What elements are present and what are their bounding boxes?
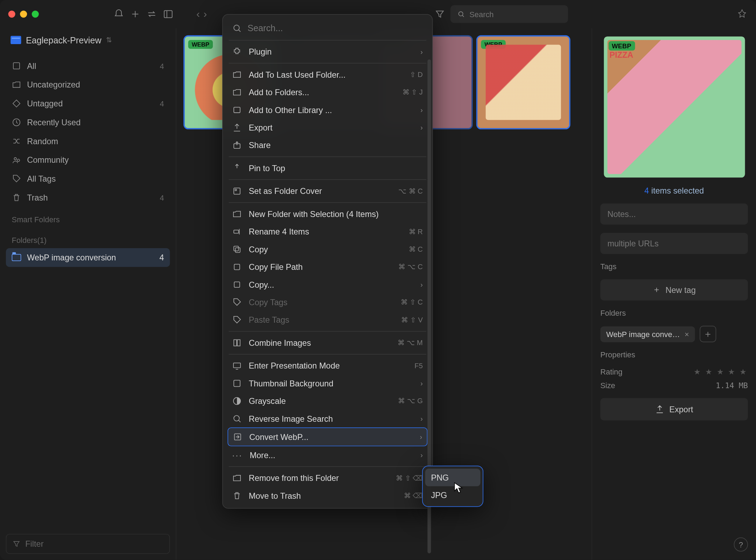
svg-rect-0	[164, 10, 172, 18]
menu-share[interactable]: Share	[223, 136, 432, 154]
menu-pin-top[interactable]: Pin to Top	[223, 159, 432, 177]
context-menu[interactable]: Plugin› Add To Last Used Folder...⇧ D Ad…	[222, 14, 433, 509]
svg-rect-18	[233, 363, 240, 368]
menu-more[interactable]: ···More...›	[223, 446, 432, 464]
tags-label: Tags	[600, 262, 748, 271]
notes-field[interactable]: Notes...	[600, 203, 748, 224]
urls-field[interactable]: multiple URLs	[600, 233, 748, 254]
minimize-window-icon[interactable]	[20, 10, 27, 18]
library-name: Eaglepack-Preview	[26, 35, 102, 45]
ellipsis-icon: ···	[232, 450, 243, 460]
zoom-window-icon[interactable]	[32, 10, 39, 18]
preview-thumbnail[interactable]: WEBP PIZZA	[604, 36, 745, 177]
svg-rect-9	[234, 188, 240, 194]
thumbnail[interactable]: WEBP	[476, 35, 570, 130]
filter-icon	[12, 540, 21, 548]
plus-icon: ＋	[652, 285, 661, 295]
filter-funnel-icon[interactable]	[434, 8, 446, 20]
menu-copy-path[interactable]: Copy File Path⌘ ⌥ C	[223, 258, 432, 276]
chevron-updown-icon: ⇅	[106, 36, 112, 44]
menu-remove-folder[interactable]: Remove from this Folder⌘ ⇧ ⌫	[223, 469, 432, 487]
sidebar-item-untagged[interactable]: Untagged4	[6, 94, 170, 113]
menu-plugin[interactable]: Plugin›	[223, 43, 432, 61]
menu-grayscale[interactable]: Grayscale⌘ ⌥ G	[223, 392, 432, 410]
svg-point-4	[14, 158, 16, 160]
menu-paste-tags[interactable]: Paste Tags⌘ ⇧ V	[223, 311, 432, 329]
menu-copy-tags[interactable]: Copy Tags⌘ ⇧ C	[223, 293, 432, 311]
search-input[interactable]	[469, 10, 561, 19]
smart-folders-label: Smart Folders	[6, 207, 170, 227]
format-badge: WEBP	[608, 41, 635, 51]
nav-back-icon[interactable]: ‹	[196, 8, 200, 20]
menu-thumb-bg[interactable]: Thumbnail Background›	[223, 374, 432, 392]
rating-label: Rating	[600, 368, 622, 376]
sidebar-item-random[interactable]: Random	[6, 132, 170, 150]
submenu-png[interactable]: PNG	[425, 469, 481, 486]
filter-input[interactable]: Filter	[6, 534, 170, 554]
menu-copy-more[interactable]: Copy...›	[223, 276, 432, 293]
svg-rect-15	[234, 282, 240, 287]
chevron-right-icon: ›	[420, 48, 423, 56]
svg-point-6	[234, 25, 239, 30]
sidebar-toggle-icon[interactable]	[162, 8, 174, 20]
nav-forward-icon[interactable]: ›	[203, 8, 207, 20]
sidebar: Eaglepack-Preview ⇅ All4 Uncategorized U…	[0, 28, 176, 560]
library-icon	[10, 36, 21, 44]
pin-icon[interactable]	[736, 8, 748, 20]
menu-add-last-folder[interactable]: Add To Last Used Folder...⇧ D	[223, 66, 432, 83]
context-search[interactable]	[223, 18, 432, 37]
plus-icon[interactable]	[130, 8, 141, 20]
sidebar-item-trash[interactable]: Trash4	[6, 188, 170, 207]
search-icon	[457, 10, 465, 19]
menu-rename[interactable]: Rename 4 Items⌘ R	[223, 223, 432, 240]
sidebar-item-all-tags[interactable]: All Tags	[6, 169, 170, 188]
nav-label: All	[27, 61, 36, 71]
menu-set-cover[interactable]: Set as Folder Cover⌥ ⌘ C	[223, 182, 432, 200]
search-box[interactable]	[450, 5, 568, 23]
svg-rect-2	[13, 63, 20, 69]
svg-point-21	[234, 415, 239, 421]
library-selector[interactable]: Eaglepack-Preview ⇅	[6, 28, 170, 52]
svg-rect-19	[234, 380, 240, 386]
convert-submenu[interactable]: PNG JPG	[422, 466, 483, 507]
sidebar-item-community[interactable]: Community	[6, 150, 170, 169]
sidebar-item-recent[interactable]: Recently Used	[6, 113, 170, 132]
menu-add-other-library[interactable]: Add to Other Library ...›	[223, 101, 432, 119]
menu-convert-webp[interactable]: Convert WebP...›	[227, 427, 427, 446]
sidebar-item-uncategorized[interactable]: Uncategorized	[6, 75, 170, 94]
bell-icon[interactable]	[113, 8, 125, 20]
folder-chip[interactable]: WebP image conve…×	[600, 326, 695, 342]
size-value: 1.14 MB	[716, 381, 748, 390]
svg-rect-7	[234, 107, 240, 113]
remove-chip-icon[interactable]: ×	[685, 330, 689, 338]
transfer-icon[interactable]	[146, 8, 158, 20]
svg-rect-12	[236, 248, 240, 252]
svg-rect-14	[234, 264, 240, 270]
menu-move-trash[interactable]: Move to Trash⌘ ⌫	[223, 487, 432, 504]
add-folder-button[interactable]: ＋	[700, 326, 716, 342]
new-tag-button[interactable]: ＋New tag	[600, 279, 748, 300]
sidebar-item-all[interactable]: All4	[6, 56, 170, 75]
menu-presentation[interactable]: Enter Presentation ModeF5	[223, 357, 432, 374]
svg-point-1	[459, 12, 463, 16]
svg-rect-13	[234, 246, 238, 251]
properties-label: Properties	[600, 350, 748, 359]
menu-copy[interactable]: Copy⌘ C	[223, 240, 432, 258]
inspector-panel: WEBP PIZZA 4 items selected Notes... mul…	[592, 28, 756, 560]
menu-add-folders[interactable]: Add to Folders...⌘ ⇧ J	[223, 84, 432, 101]
rating-stars[interactable]: ★ ★ ★ ★ ★	[694, 368, 748, 376]
menu-reverse-search[interactable]: Reverse Image Search›	[223, 410, 432, 427]
menu-new-folder-selection[interactable]: New Folder with Selection (4 Items)	[223, 205, 432, 223]
svg-point-5	[17, 159, 20, 162]
submenu-jpg[interactable]: JPG	[423, 486, 483, 504]
menu-combine[interactable]: Combine Images⌘ ⌥ M	[223, 334, 432, 351]
sidebar-folder-webp[interactable]: WebP image conversion 4	[6, 248, 170, 267]
upload-icon	[655, 405, 665, 414]
close-window-icon[interactable]	[8, 10, 15, 18]
menu-export[interactable]: Export›	[223, 119, 432, 136]
help-button[interactable]: ?	[734, 538, 748, 552]
window-traffic-lights[interactable]	[8, 10, 39, 18]
nav-count: 4	[160, 62, 164, 70]
export-button[interactable]: Export	[600, 398, 748, 420]
folder-icon	[12, 254, 21, 261]
